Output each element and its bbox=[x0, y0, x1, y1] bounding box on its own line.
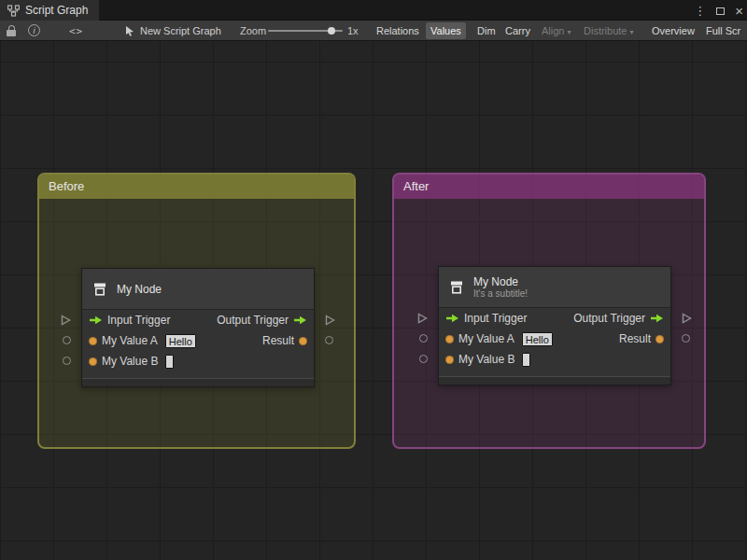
lock-icon[interactable] bbox=[7, 21, 16, 41]
dim-button[interactable]: Dim bbox=[472, 22, 500, 39]
unit-icon bbox=[448, 279, 465, 296]
values-button[interactable]: Values bbox=[426, 22, 466, 39]
node-footer bbox=[439, 376, 670, 385]
input-trigger-label: Input Trigger bbox=[107, 314, 170, 327]
relations-button[interactable]: Relations bbox=[372, 22, 424, 39]
value-b-field[interactable] bbox=[522, 353, 530, 367]
input-trigger-label: Input Trigger bbox=[464, 312, 527, 325]
fullscreen-button[interactable]: Full Scr bbox=[701, 22, 745, 39]
graph-canvas[interactable]: Before My Node bbox=[0, 41, 747, 560]
group-after-title[interactable]: After bbox=[394, 175, 704, 199]
lock-body bbox=[7, 30, 16, 36]
port-row-value-b: My Value B bbox=[439, 349, 670, 370]
window-menu-button[interactable]: ⋮ bbox=[694, 5, 706, 17]
node-subtitle: It's a subtitle! bbox=[473, 288, 528, 300]
graph-name-label[interactable]: New Script Graph bbox=[140, 21, 221, 41]
ext-result-port[interactable] bbox=[682, 334, 690, 343]
value-a-field[interactable]: Hello bbox=[522, 332, 553, 346]
distribute-label: Distribute bbox=[584, 25, 627, 36]
ext-flow-out-port[interactable] bbox=[325, 315, 335, 326]
node-header[interactable]: My Node bbox=[82, 269, 314, 310]
value-b-port-icon[interactable] bbox=[89, 357, 97, 366]
ext-value-b-port[interactable] bbox=[419, 355, 428, 363]
window-controls: ⋮ × bbox=[694, 0, 743, 21]
value-b-label: My Value B bbox=[458, 353, 514, 366]
tab-script-graph[interactable]: Script Graph bbox=[0, 0, 99, 21]
tab-title: Script Graph bbox=[25, 4, 88, 17]
output-trigger-label: Output Trigger bbox=[217, 314, 289, 327]
graph-cursor-icon bbox=[124, 21, 135, 41]
value-a-port-icon[interactable] bbox=[89, 337, 97, 345]
unit-icon bbox=[92, 281, 108, 298]
zoom-value: 1x bbox=[347, 21, 359, 41]
value-a-label: My Value A bbox=[102, 334, 158, 347]
ext-flow-in-port[interactable] bbox=[61, 315, 71, 326]
value-a-label: My Value A bbox=[458, 332, 514, 345]
value-a-field[interactable]: Hello bbox=[165, 334, 196, 348]
zoom-slider-knob[interactable] bbox=[328, 27, 335, 35]
group-before-title[interactable]: Before bbox=[39, 175, 354, 199]
code-icon[interactable]: <> bbox=[69, 21, 83, 41]
carry-button[interactable]: Carry bbox=[500, 22, 535, 39]
group-before[interactable]: Before My Node bbox=[37, 173, 356, 449]
zoom-slider-track[interactable] bbox=[268, 30, 343, 32]
maximize-icon bbox=[716, 7, 725, 15]
info-icon[interactable]: i bbox=[28, 24, 40, 36]
node-my-node-before[interactable]: My Node Input Trigger Output Trigger bbox=[81, 268, 315, 387]
zoom-slider[interactable] bbox=[268, 21, 343, 41]
port-row-value-b: My Value B bbox=[82, 351, 314, 371]
result-port-icon[interactable] bbox=[655, 335, 664, 343]
align-label: Align bbox=[542, 25, 564, 36]
value-b-field[interactable] bbox=[165, 355, 174, 369]
port-row-value-a: My Value A Hello Result bbox=[82, 330, 314, 351]
graph-toolbar: i <> New Script Graph Zoom 1x Relations … bbox=[0, 21, 747, 41]
group-after[interactable]: After My Node It's a subtitle! bbox=[392, 173, 706, 449]
tab-bar: Script Graph ⋮ × bbox=[0, 0, 747, 21]
script-graph-window: Script Graph ⋮ × i <> New Script Graph Z… bbox=[0, 0, 747, 560]
value-b-port-icon[interactable] bbox=[445, 356, 454, 364]
script-graph-icon bbox=[7, 5, 20, 17]
value-a-port-icon[interactable] bbox=[445, 335, 454, 343]
zoom-label: Zoom bbox=[240, 21, 266, 41]
chevron-down-icon: ▾ bbox=[567, 28, 571, 36]
result-label: Result bbox=[619, 332, 651, 345]
ext-value-b-port[interactable] bbox=[63, 357, 71, 365]
node-title: My Node bbox=[117, 283, 162, 296]
flow-in-port-icon[interactable] bbox=[445, 314, 459, 323]
maximize-button[interactable] bbox=[716, 2, 725, 19]
node-title: My Node bbox=[473, 275, 528, 288]
value-b-label: My Value B bbox=[102, 355, 158, 368]
close-button[interactable]: × bbox=[735, 4, 743, 18]
ext-value-a-port[interactable] bbox=[63, 336, 71, 344]
overview-button[interactable]: Overview bbox=[647, 22, 699, 39]
output-trigger-label: Output Trigger bbox=[573, 312, 645, 325]
node-footer bbox=[82, 378, 314, 386]
port-row-value-a: My Value A Hello Result bbox=[439, 329, 670, 349]
result-port-icon[interactable] bbox=[299, 337, 307, 345]
distribute-dropdown[interactable]: Distribute▾ bbox=[579, 22, 638, 39]
port-row-triggers: Input Trigger Output Trigger bbox=[439, 308, 670, 329]
node-header[interactable]: My Node It's a subtitle! bbox=[439, 267, 670, 308]
flow-out-port-icon[interactable] bbox=[293, 315, 307, 325]
node-my-node-after[interactable]: My Node It's a subtitle! Input Trigger O… bbox=[438, 266, 671, 385]
align-dropdown[interactable]: Align▾ bbox=[537, 22, 575, 39]
ext-value-a-port[interactable] bbox=[419, 334, 428, 343]
chevron-down-icon: ▾ bbox=[629, 28, 633, 36]
flow-out-port-icon[interactable] bbox=[650, 314, 664, 323]
ext-result-port[interactable] bbox=[325, 336, 333, 344]
result-label: Result bbox=[262, 334, 294, 347]
ext-flow-out-port[interactable] bbox=[682, 313, 692, 324]
port-row-triggers: Input Trigger Output Trigger bbox=[82, 310, 314, 330]
flow-in-port-icon[interactable] bbox=[89, 315, 103, 325]
ext-flow-in-port[interactable] bbox=[417, 313, 428, 324]
